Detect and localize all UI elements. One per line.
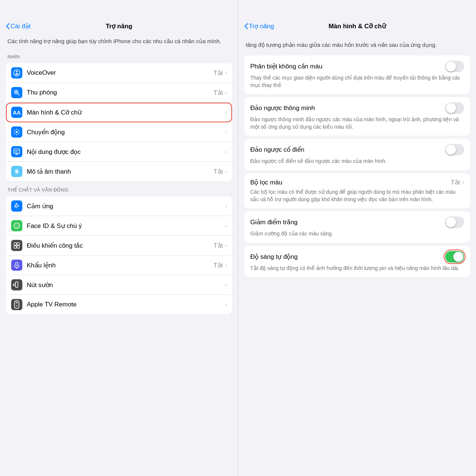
do-sang-row: Độ sáng tự động Tắt độ sáng tự động có t… (244, 246, 470, 277)
dao-nguoc-cd-label: Đảo ngược cổ điển (250, 146, 445, 154)
svg-point-11 (14, 223, 20, 229)
left-title: Trợ năng (106, 22, 132, 30)
left-nav-bar: Cài đặt Trợ năng (0, 0, 238, 36)
dao-nguoc-thm-desc: Đảo ngược thông minh đảo ngược các màu c… (250, 116, 464, 131)
svg-rect-17 (17, 246, 20, 248)
svg-point-13 (17, 225, 18, 225)
cam-ung-icon (11, 200, 22, 212)
dao-nguoc-cd-group: Đảo ngược cổ điển Đảo ngược cổ điển sẽ đ… (244, 139, 470, 170)
left-panel: Cài đặt Trợ năng Các tính năng trợ năng … (0, 0, 238, 476)
bo-loc-mau-value: Tắt (451, 178, 460, 186)
mo-ta-row[interactable]: Mô tả âm thanh Tắt › (6, 162, 232, 181)
svg-rect-14 (14, 243, 17, 245)
do-sang-group: Độ sáng tự động Tắt độ sáng tự động có t… (244, 246, 470, 277)
thu-phong-value: Tắt (213, 89, 223, 97)
bo-loc-mau-desc: Các bộ lọc màu có thể được sử dụng để gi… (250, 189, 464, 203)
mo-ta-icon (11, 166, 22, 177)
right-title: Màn hình & Cỡ chữ (328, 22, 386, 30)
face-id-chevron: › (225, 223, 227, 229)
man-hinh-chevron: › (225, 109, 227, 115)
top-description: tăng độ tương phản màu giữa các màu hồn … (238, 36, 476, 54)
noi-dung-chevron: › (225, 149, 227, 155)
nhin-group: VoiceOver Tắt › Thu phóng Tắt › AA M (6, 63, 232, 181)
section-the-chat: THỂ CHẤT VÀ VẬN ĐỘNG (0, 184, 238, 195)
mo-ta-value: Tắt (213, 168, 223, 176)
noi-dung-row[interactable]: Nội dung được đọc › (6, 142, 232, 162)
khau-lenh-icon (11, 260, 22, 271)
right-content: tăng độ tương phản màu giữa các màu hồn … (238, 36, 476, 476)
chuyen-dong-chevron: › (225, 129, 227, 135)
bo-loc-mau-row[interactable]: Bộ lọc màu Tắt › Các bộ lọc màu có thể đ… (244, 173, 470, 208)
khau-lenh-value: Tắt (213, 261, 223, 269)
svg-rect-25 (16, 302, 18, 303)
dao-nguoc-cd-row: Đảo ngược cổ điển Đảo ngược cổ điển sẽ đ… (244, 139, 470, 170)
bo-loc-mau-chevron: › (462, 179, 464, 185)
face-id-icon (11, 220, 22, 231)
bo-loc-mau-label: Bộ lọc màu (250, 178, 451, 186)
right-nav-bar: Trợ năng Màn hình & Cỡ chữ (238, 0, 476, 36)
voiceover-label: VoiceOver (27, 69, 213, 77)
dao-nguoc-cd-desc: Đảo ngược cổ điển sẽ đảo ngược các màu c… (250, 158, 464, 165)
svg-rect-20 (16, 282, 18, 287)
right-back-label: Trợ năng (249, 22, 274, 30)
the-chat-group: Cảm ứng › Face ID & Sự chú ý › (6, 196, 232, 314)
dieu-khien-chevron: › (225, 242, 227, 248)
phan-biet-row: Phân biệt không cần màu Thay thế các mục… (244, 55, 470, 94)
voiceover-value: Tắt (213, 69, 223, 77)
cam-ung-row[interactable]: Cảm ứng › (6, 196, 232, 216)
khau-lenh-row[interactable]: Khẩu lệnh Tắt › (6, 255, 232, 275)
svg-point-10 (16, 171, 18, 173)
nut-suon-row[interactable]: Nút sườn › (6, 275, 232, 295)
chuyen-dong-label: Chuyển động (27, 128, 225, 136)
voiceover-row[interactable]: VoiceOver Tắt › (6, 63, 232, 83)
do-sang-toggle[interactable] (445, 251, 464, 263)
nut-suon-icon (11, 279, 22, 290)
svg-point-26 (16, 305, 17, 306)
phan-biet-label: Phân biệt không cần màu (250, 62, 445, 70)
giam-diem-row: Giảm điểm trắng Giảm cường độ của các mà… (244, 211, 470, 243)
khau-lenh-label: Khẩu lệnh (27, 261, 213, 269)
svg-point-18 (16, 263, 18, 266)
svg-rect-15 (17, 243, 20, 245)
phan-biet-desc: Thay thế các mục giao diện người dùng ch… (250, 74, 464, 89)
chuyen-dong-icon (11, 126, 22, 138)
phan-biet-group: Phân biệt không cần màu Thay thế các mục… (244, 55, 470, 94)
svg-point-12 (16, 225, 16, 225)
giam-diem-desc: Giảm cường độ của các màu sáng. (250, 230, 464, 238)
right-panel: Trợ năng Màn hình & Cỡ chữ tăng độ tương… (238, 0, 476, 476)
thu-phong-label: Thu phóng (27, 89, 213, 96)
chuyen-dong-row[interactable]: Chuyển động › (6, 122, 232, 142)
dao-nguoc-cd-toggle[interactable] (445, 144, 464, 155)
dieu-khien-label: Điều khiển công tắc (27, 242, 213, 250)
svg-rect-7 (14, 149, 20, 154)
dao-nguoc-thm-row: Đảo ngược thông minh Đảo ngược thông min… (244, 97, 470, 136)
dao-nguoc-thm-toggle[interactable] (445, 102, 464, 114)
face-id-label: Face ID & Sự chú ý (27, 222, 225, 230)
apple-tv-row[interactable]: Apple TV Remote › (6, 295, 232, 314)
dao-nguoc-thm-label: Đảo ngược thông minh (250, 104, 445, 112)
left-back-label: Cài đặt (10, 22, 30, 30)
giam-diem-toggle[interactable] (445, 216, 464, 228)
svg-point-0 (14, 70, 20, 76)
right-back-button[interactable]: Trợ năng (244, 22, 274, 30)
voiceover-chevron: › (225, 70, 227, 76)
thu-phong-row[interactable]: Thu phóng Tắt › (6, 83, 232, 103)
man-hinh-row[interactable]: AA Màn hình & Cỡ chữ › (6, 103, 232, 122)
apple-tv-chevron: › (225, 302, 227, 308)
giam-diem-group: Giảm điểm trắng Giảm cường độ của các mà… (244, 211, 470, 243)
svg-line-3 (17, 93, 19, 95)
giam-diem-label: Giảm điểm trắng (250, 218, 445, 226)
phan-biet-toggle[interactable] (445, 61, 464, 72)
dieu-khien-value: Tắt (213, 242, 223, 250)
do-sang-label: Độ sáng tự động (250, 253, 445, 261)
noi-dung-icon (11, 146, 22, 157)
cam-ung-label: Cảm ứng (27, 202, 225, 210)
thu-phong-chevron: › (225, 90, 227, 96)
cam-ung-chevron: › (225, 203, 227, 209)
voiceover-icon (11, 67, 22, 78)
dieu-khien-row[interactable]: Điều khiển công tắc Tắt › (6, 236, 232, 255)
bo-loc-mau-group: Bộ lọc màu Tắt › Các bộ lọc màu có thể đ… (244, 173, 470, 208)
face-id-row[interactable]: Face ID & Sự chú ý › (6, 216, 232, 236)
thu-phong-icon (11, 87, 22, 98)
left-back-button[interactable]: Cài đặt (6, 22, 30, 30)
